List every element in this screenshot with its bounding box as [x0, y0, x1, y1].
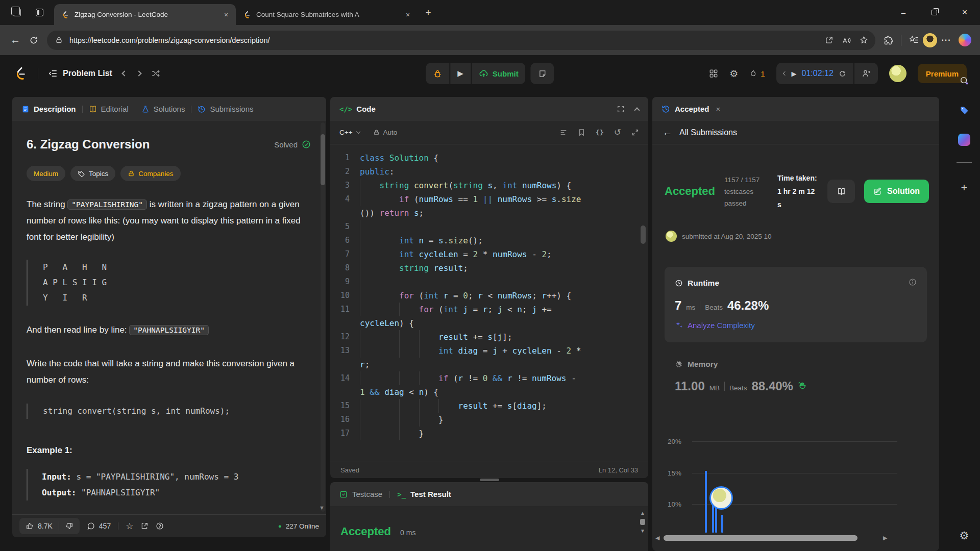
leetcode-nav: Problem List ▶ — [0, 55, 980, 92]
scroll-left-icon[interactable]: ◀ — [655, 535, 659, 541]
chart-bar[interactable] — [721, 515, 723, 533]
runtime-chart[interactable]: 20%15%10% — [652, 423, 939, 533]
back-arrow-icon[interactable]: ← — [663, 127, 672, 138]
prev-problem-icon[interactable] — [122, 71, 127, 76]
new-tab-button[interactable]: + — [421, 5, 436, 20]
scroll-down-indicator[interactable]: ▼ — [319, 505, 325, 511]
sidebar-add-icon[interactable]: + — [955, 179, 973, 196]
chart-user-marker[interactable] — [709, 486, 733, 510]
auto-mode[interactable]: Auto — [373, 129, 398, 136]
scroll-up-icon[interactable]: ▲ — [640, 510, 645, 516]
comments-button[interactable]: 457 — [87, 522, 111, 530]
description-scrollbar-thumb[interactable] — [321, 134, 325, 185]
sidebar-search-icon[interactable] — [955, 72, 973, 89]
layout-grid-icon[interactable] — [709, 69, 718, 78]
language-selector[interactable]: C++ — [339, 129, 360, 136]
all-submissions-back[interactable]: ← All Submissions — [652, 121, 939, 144]
url-text[interactable]: https://leetcode.com/problems/zigzag-con… — [69, 36, 820, 44]
extensions-icon[interactable] — [879, 31, 898, 49]
horizontal-scrollbar[interactable]: ◀ ▶ — [655, 534, 895, 542]
streak-counter[interactable]: 1 — [749, 69, 765, 78]
memory-section[interactable]: Memory 11.00 MB Beats 88.40% — [675, 360, 927, 393]
debug-button[interactable] — [426, 63, 449, 84]
problem-list-button[interactable]: Problem List — [48, 69, 112, 78]
dislike-button[interactable] — [59, 518, 80, 534]
fullscreen-icon[interactable] — [617, 105, 625, 113]
editor-scrollbar-thumb[interactable] — [641, 226, 646, 244]
tab-solutions[interactable]: Solutions — [141, 105, 185, 113]
sidebar-settings-icon[interactable]: ⚙ — [955, 527, 973, 544]
timer-play-icon[interactable]: ▶ — [792, 70, 797, 78]
window-minimize-button[interactable]: – — [888, 0, 919, 25]
collapse-panel-icon[interactable] — [634, 107, 640, 113]
tab-submissions[interactable]: Submissions — [198, 105, 253, 113]
tab-close-icon[interactable]: × — [220, 9, 232, 20]
analyze-complexity-link[interactable]: Analyze Complexity — [675, 321, 917, 330]
topics-badge[interactable]: Topics — [70, 166, 115, 181]
browser-tab-inactive[interactable]: Count Square Submatrices with A × — [236, 4, 418, 25]
run-button[interactable]: ▶ — [450, 63, 471, 84]
scroll-thumb[interactable] — [664, 535, 857, 541]
submitter-avatar — [666, 231, 677, 242]
workspaces-icon[interactable] — [9, 5, 24, 20]
read-aloud-icon[interactable] — [838, 32, 855, 49]
share-button[interactable] — [140, 522, 149, 530]
browser-tab-active[interactable]: Zigzag Conversion - LeetCode × — [54, 4, 236, 25]
invite-user-button[interactable] — [854, 63, 878, 84]
tab-editorial[interactable]: Editorial — [89, 105, 129, 113]
tab-close-icon[interactable]: × — [402, 9, 413, 20]
timer-reset-icon[interactable] — [839, 70, 846, 78]
expand-icon[interactable] — [631, 129, 639, 136]
vertical-tabs-icon[interactable] — [32, 5, 47, 20]
tab-testcase[interactable]: Testcase — [339, 490, 382, 498]
sidebar-shopping-icon[interactable] — [955, 102, 973, 119]
format-code-icon[interactable] — [559, 129, 568, 137]
tab-description[interactable]: Description — [21, 105, 76, 113]
next-problem-icon[interactable] — [137, 71, 141, 76]
like-button[interactable]: 8.7K — [19, 518, 59, 534]
copilot-icon[interactable] — [955, 31, 974, 49]
browser-profile-avatar[interactable] — [923, 33, 937, 47]
leetcode-logo[interactable] — [13, 66, 28, 81]
window-restore-button[interactable] — [919, 0, 949, 25]
refresh-button[interactable] — [24, 31, 43, 49]
companies-badge[interactable]: Companies — [120, 166, 180, 181]
info-icon[interactable] — [909, 278, 917, 288]
panel-resize-handle[interactable] — [480, 479, 499, 481]
description-content[interactable]: 6. Zigzag Conversion Solved Medium Topic… — [12, 121, 319, 514]
leetcode-user-avatar[interactable] — [889, 65, 906, 82]
braces-icon[interactable]: {} — [596, 129, 604, 136]
settings-gear-icon[interactable]: ⚙ — [729, 68, 738, 80]
solution-button[interactable]: Solution — [864, 180, 929, 203]
collapse-timer-icon[interactable] — [782, 71, 787, 76]
tab-accepted[interactable]: Accepted × — [662, 105, 720, 113]
code-editor[interactable]: 1class Solution {2public:3string convert… — [330, 144, 648, 462]
runtime-card[interactable]: Runtime 7 ms Beats 46.28% Analyze Comple… — [665, 267, 927, 342]
scroll-down-icon[interactable]: ▼ — [640, 528, 645, 534]
tab-test-result[interactable]: >_ Test Result — [397, 490, 451, 498]
address-bar[interactable]: https://leetcode.com/problems/zigzag-con… — [47, 31, 875, 50]
scroll-thumb[interactable] — [640, 519, 645, 525]
editorial-book-button[interactable] — [827, 180, 855, 203]
collections-icon[interactable] — [904, 31, 923, 49]
shuffle-icon[interactable] — [151, 69, 160, 78]
book-icon — [89, 105, 97, 113]
window-close-button[interactable]: × — [949, 0, 980, 25]
close-tab-icon[interactable]: × — [716, 105, 721, 113]
submit-button[interactable]: Submit — [472, 63, 526, 84]
testcase-mini-scrollbar[interactable]: ▲ ▼ — [640, 510, 645, 534]
back-button[interactable]: ← — [6, 31, 24, 49]
bookmark-icon[interactable] — [578, 129, 585, 136]
favorite-star-icon[interactable] — [855, 32, 872, 49]
more-menu-icon[interactable]: ··· — [937, 31, 955, 49]
reset-code-icon[interactable]: ↺ — [614, 127, 621, 138]
sidebar-m365-copilot-icon[interactable] — [955, 131, 973, 148]
scroll-right-icon[interactable]: ▶ — [883, 535, 887, 541]
session-timer[interactable]: ▶ 01:02:12 — [776, 63, 853, 84]
notes-button[interactable] — [531, 63, 554, 84]
star-button[interactable]: ☆ — [126, 521, 133, 532]
difficulty-badge[interactable]: Medium — [27, 166, 65, 181]
share-icon[interactable] — [820, 32, 838, 49]
chart-bar[interactable] — [705, 471, 707, 533]
help-button[interactable] — [156, 522, 164, 530]
